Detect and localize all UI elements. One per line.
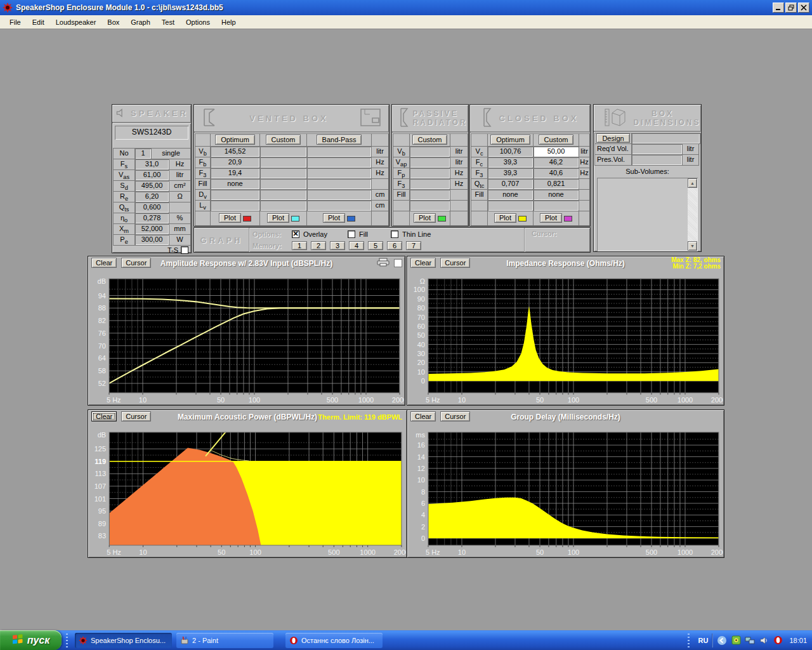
menu-edit[interactable]: Edit: [27, 17, 50, 28]
fill-label: Fill: [359, 230, 387, 238]
max-power-plot[interactable]: 125119113107101958983dB5 Hz1050100500100…: [89, 423, 406, 557]
clear-button[interactable]: Clear: [91, 258, 117, 268]
svg-text:10: 10: [417, 476, 425, 484]
menu-box[interactable]: Box: [102, 17, 125, 28]
row-label: Fill: [195, 179, 211, 190]
taskbar-item-speakershop[interactable]: SpeakerShop Enclosu...: [75, 633, 172, 648]
memory-7-button[interactable]: 7: [406, 241, 421, 250]
vented-custom-button[interactable]: Custom: [266, 135, 301, 145]
cursor-button[interactable]: Cursor: [121, 258, 151, 268]
svg-text:88: 88: [98, 304, 106, 312]
menu-options[interactable]: Options: [180, 17, 216, 28]
vented-bandpass-button[interactable]: Band-Pass: [317, 135, 362, 145]
scroll-up-icon[interactable]: ▲: [688, 178, 697, 188]
design-button[interactable]: Design: [596, 133, 629, 143]
row-unit: cm²: [169, 181, 191, 192]
group-delay-plot[interactable]: 1614121086420ms5 Hz105010050010002000: [408, 423, 723, 557]
row-value[interactable]: 0,600: [135, 202, 169, 213]
clear-button[interactable]: Clear: [410, 411, 436, 421]
vented-bandpass-plot-button[interactable]: Plot: [323, 213, 345, 223]
svg-text:100: 100: [414, 286, 425, 293]
opera-tray-icon[interactable]: [773, 635, 783, 646]
table-row: Vc100,7650,00litr: [471, 147, 589, 157]
svg-text:125: 125: [95, 445, 106, 453]
menu-graph[interactable]: Graph: [125, 17, 156, 28]
row-value[interactable]: 300,00: [135, 235, 169, 246]
clear-button[interactable]: Clear: [410, 258, 436, 268]
svg-text:5 Hz: 5 Hz: [107, 548, 121, 556]
memory-2-button[interactable]: 2: [311, 241, 326, 250]
impedance-max-min-readout: Max Z: 82, ohms Min Z: 7,2 ohms: [671, 257, 721, 270]
cursor-button[interactable]: Cursor: [121, 411, 151, 421]
cursor-button[interactable]: Cursor: [440, 411, 470, 421]
language-indicator[interactable]: RU: [698, 637, 709, 644]
row-label: Fs: [114, 159, 135, 170]
scrollbar[interactable]: ▲ ▼: [688, 178, 697, 251]
svg-text:50: 50: [536, 548, 544, 556]
passive-plot-button[interactable]: Plot: [414, 213, 436, 223]
close-button[interactable]: [798, 3, 809, 13]
memory-5-button[interactable]: 5: [368, 241, 383, 250]
row-label: Fill: [471, 190, 488, 201]
volume-icon[interactable]: [759, 635, 769, 646]
ts-checkbox[interactable]: [181, 246, 188, 254]
row-label: Fc: [471, 157, 488, 168]
row-value[interactable]: 61,00: [135, 170, 169, 181]
memory-4-button[interactable]: 4: [349, 241, 364, 250]
memory-6-button[interactable]: 6: [387, 241, 402, 250]
row-value[interactable]: 0,278: [135, 213, 169, 224]
row-unit: litr: [169, 170, 191, 181]
overlay-checkbox[interactable]: [292, 230, 299, 238]
vented-optimum-plot-button[interactable]: Plot: [219, 213, 241, 223]
row-value[interactable]: 6,20: [135, 192, 169, 202]
menu-loudspeaker[interactable]: Loudspeaker: [50, 17, 102, 28]
table-row: Pe300,00W: [114, 235, 190, 246]
closed-optimum-button[interactable]: Optimum: [490, 135, 530, 145]
clock[interactable]: 18:01: [789, 637, 807, 644]
closed-custom-vc-field[interactable]: 50,00: [534, 147, 579, 157]
menu-file[interactable]: File: [4, 17, 27, 28]
menu-test[interactable]: Test: [156, 17, 180, 28]
table-row: Fc39,346,2Hz: [471, 157, 589, 168]
hide-icons-chevron[interactable]: [717, 635, 727, 646]
row-value[interactable]: 1: [135, 149, 152, 159]
print-checkbox[interactable]: [394, 259, 402, 267]
menu-help[interactable]: Help: [216, 17, 242, 28]
row-value[interactable]: 52,000: [135, 224, 169, 235]
memory-3-button[interactable]: 3: [330, 241, 345, 250]
impedance-plot[interactable]: 1009080706050403020100Ω5 Hz1050100500100…: [408, 270, 723, 405]
antivirus-icon[interactable]: [731, 635, 741, 646]
fill-checkbox[interactable]: [348, 230, 355, 238]
memory-1-button[interactable]: 1: [292, 241, 307, 250]
row-label: Pres.Vol.: [595, 155, 632, 166]
network-icon[interactable]: [745, 635, 755, 646]
table-row: Dvcm: [195, 190, 388, 201]
row-value[interactable]: 495,00: [135, 181, 169, 192]
row-label: F3: [471, 168, 488, 179]
clear-button[interactable]: Clear: [91, 411, 117, 421]
closed-optimum-plot-button[interactable]: Plot: [494, 213, 516, 223]
closed-custom-plot-button[interactable]: Plot: [540, 213, 562, 223]
table-row: Fillnonenone: [471, 190, 589, 201]
svg-text:50: 50: [536, 396, 544, 404]
vented-optimum-button[interactable]: Optimum: [215, 135, 255, 145]
passive-custom-button[interactable]: Custom: [412, 135, 448, 145]
vented-box-panel: VENTED BOX Optimum Custom Band-Pass Vb14…: [193, 104, 390, 227]
taskbar-item-opera-doc[interactable]: Останнє слово Лозін...: [285, 633, 383, 648]
sub-volumes-list[interactable]: ▲ ▼: [597, 178, 698, 251]
cursor-button[interactable]: Cursor: [440, 258, 470, 268]
row-value[interactable]: 31,0: [135, 159, 169, 170]
taskbar-item-paint[interactable]: 2 - Paint: [176, 633, 273, 648]
minimize-button[interactable]: [773, 3, 784, 13]
restore-button[interactable]: [785, 3, 797, 13]
amplitude-plot[interactable]: 9488827670645852dB5 Hz105010050010002000: [89, 270, 404, 405]
table-row: Xm52,000mm: [114, 224, 190, 235]
scroll-down-icon[interactable]: ▼: [688, 241, 697, 251]
closed-custom-button[interactable]: Custom: [539, 135, 574, 145]
speaker-model[interactable]: SWS1243D: [115, 126, 188, 140]
printer-icon[interactable]: [376, 258, 390, 268]
thin-line-checkbox[interactable]: [391, 230, 398, 238]
table-row: Qtc0,7070,821: [471, 179, 589, 190]
start-button[interactable]: пуск: [0, 630, 62, 650]
vented-custom-plot-button[interactable]: Plot: [267, 213, 289, 223]
